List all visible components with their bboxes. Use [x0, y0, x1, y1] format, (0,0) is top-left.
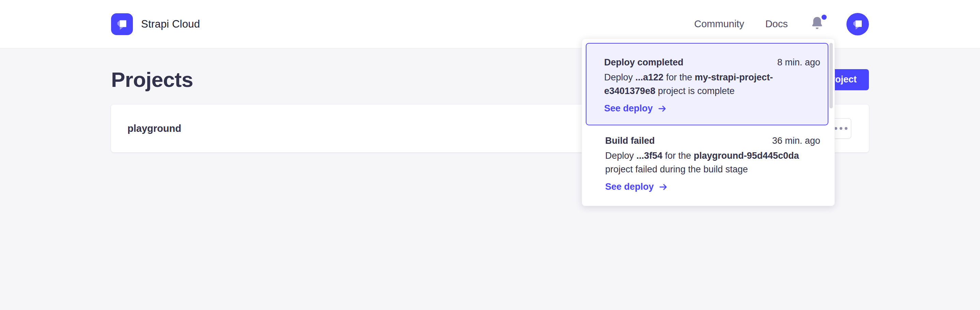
- nav-link-community[interactable]: Community: [694, 18, 744, 30]
- user-avatar[interactable]: [846, 13, 869, 35]
- notification-timestamp: 36 min. ago: [772, 135, 820, 146]
- notification-item-build-failed[interactable]: Build failed 36 min. ago Deploy ...3f54 …: [582, 126, 835, 204]
- arrow-right-icon: [659, 183, 668, 191]
- notifications-button[interactable]: [809, 15, 825, 33]
- see-deploy-link[interactable]: See deploy: [605, 181, 668, 192]
- notification-item-deploy-completed[interactable]: Deploy completed 8 min. ago Deploy ...a1…: [586, 43, 828, 126]
- see-deploy-label: See deploy: [604, 103, 653, 114]
- unread-indicator-dot: [822, 15, 827, 20]
- nav-link-docs[interactable]: Docs: [765, 18, 788, 30]
- more-options-icon: [835, 127, 848, 130]
- notification-title-row: Deploy completed 8 min. ago: [604, 57, 820, 68]
- project-name: playground: [127, 123, 181, 134]
- notification-timestamp: 8 min. ago: [777, 57, 820, 68]
- page-title: Projects: [111, 67, 193, 92]
- arrow-right-icon: [658, 104, 667, 113]
- notification-body: Deploy ...a122 for the my-strapi-project…: [604, 70, 820, 98]
- notifications-panel: Deploy completed 8 min. ago Deploy ...a1…: [582, 38, 835, 206]
- strapi-logo-icon: [111, 13, 133, 35]
- notification-body: Deploy ...3f54 for the playground-95d445…: [605, 149, 820, 176]
- panel-scrollbar-thumb[interactable]: [829, 43, 833, 108]
- notification-title-row: Build failed 36 min. ago: [605, 135, 820, 146]
- notification-title: Deploy completed: [604, 57, 684, 68]
- strapi-avatar-icon: [851, 17, 864, 31]
- brand-name: Strapi Cloud: [141, 18, 200, 30]
- see-deploy-label: See deploy: [605, 181, 654, 192]
- see-deploy-link[interactable]: See deploy: [604, 103, 667, 114]
- brand[interactable]: Strapi Cloud: [111, 13, 200, 35]
- notification-title: Build failed: [605, 135, 655, 146]
- header-nav: Community Docs: [694, 13, 869, 35]
